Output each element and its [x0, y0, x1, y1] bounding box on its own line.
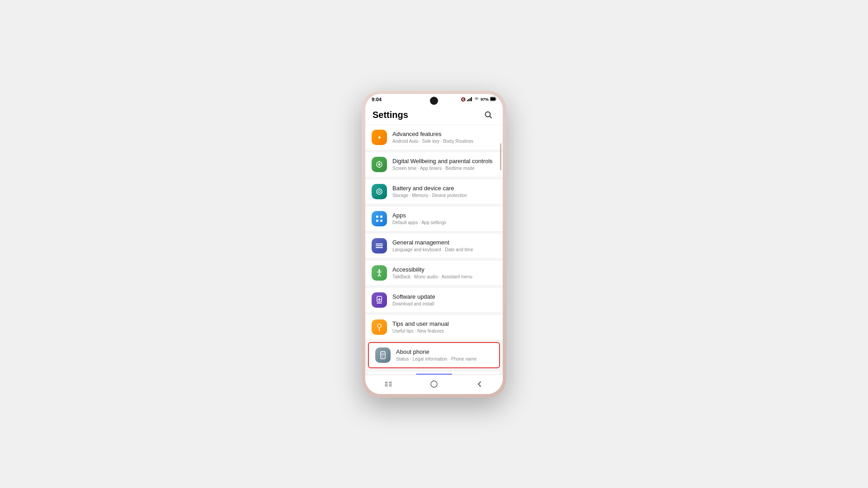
about-phone-icon	[375, 347, 391, 363]
status-time: 9:04	[372, 97, 382, 102]
search-icon	[484, 111, 492, 119]
settings-header: Settings	[365, 104, 503, 125]
tips-title: Tips and user manual	[392, 320, 496, 328]
battery-care-icon	[372, 184, 387, 199]
svg-rect-3	[471, 97, 472, 101]
navigation-bar	[365, 375, 503, 394]
svg-rect-15	[376, 216, 378, 218]
svg-point-14	[378, 191, 381, 193]
mute-icon: 🔇	[461, 97, 466, 102]
svg-line-25	[378, 274, 379, 277]
battery-care-title: Battery and device care	[392, 185, 496, 192]
section-software-update: Software update Download and install	[365, 288, 503, 312]
general-management-title: General management	[392, 239, 496, 247]
section-digital-wellbeing: Digital Wellbeing and parental controls …	[365, 152, 503, 177]
section-about: About phone Status · Legal information ·…	[368, 342, 500, 368]
item-accessibility[interactable]: Accessibility TalkBack · Mono audio · As…	[365, 261, 503, 285]
svg-rect-2	[470, 98, 471, 101]
advanced-features-subtitle: Android Auto · Side key · Bixby Routines	[392, 138, 496, 144]
general-management-icon	[372, 238, 387, 253]
status-icons: 🔇 97%	[461, 97, 496, 102]
item-apps[interactable]: Apps Default apps · App settings	[365, 206, 503, 231]
search-button[interactable]	[481, 108, 495, 122]
advanced-features-title: Advanced features	[392, 131, 496, 138]
battery-care-subtitle: Storage · Memory · Device protection	[392, 192, 496, 198]
svg-rect-18	[380, 220, 382, 222]
item-battery-care[interactable]: Battery and device care Storage · Memory…	[365, 179, 503, 204]
item-digital-wellbeing[interactable]: Digital Wellbeing and parental controls …	[365, 152, 503, 177]
home-button[interactable]	[425, 379, 443, 389]
software-update-title: Software update	[392, 293, 496, 301]
apps-icon	[372, 211, 387, 226]
svg-point-30	[377, 324, 381, 328]
svg-rect-17	[376, 220, 378, 222]
section-apps: Apps Default apps · App settings	[365, 206, 503, 231]
about-phone-subtitle: Status · Legal information · Phone name	[396, 356, 493, 362]
item-general-management[interactable]: General management Language and keyboard…	[365, 234, 503, 258]
section-tips: Tips and user manual Useful tips · New f…	[365, 315, 503, 339]
tips-subtitle: Useful tips · New features	[392, 328, 496, 334]
battery-text: 97%	[481, 97, 489, 102]
item-tips[interactable]: Tips and user manual Useful tips · New f…	[365, 315, 503, 339]
svg-point-34	[382, 357, 383, 358]
section-accessibility: Accessibility TalkBack · Mono audio · As…	[365, 261, 503, 285]
wifi-icon	[474, 97, 479, 102]
svg-point-13	[377, 189, 382, 194]
software-update-icon	[372, 292, 387, 308]
about-phone-title: About phone	[396, 348, 493, 356]
svg-line-26	[379, 274, 381, 277]
section-battery: Battery and device care Storage · Memory…	[365, 179, 503, 204]
signal-icon	[467, 97, 472, 102]
battery-icon	[490, 97, 496, 102]
svg-line-8	[490, 117, 492, 118]
section-advanced: ✦ Advanced features Android Auto · Side …	[365, 125, 503, 150]
svg-rect-6	[495, 99, 496, 100]
item-software-update[interactable]: Software update Download and install	[365, 288, 503, 312]
status-bar: 9:04 🔇	[365, 94, 503, 104]
svg-rect-1	[468, 99, 469, 101]
settings-title: Settings	[373, 110, 408, 120]
svg-point-10	[378, 164, 381, 166]
advanced-features-icon: ✦	[372, 130, 387, 145]
svg-point-22	[378, 269, 380, 271]
accessibility-title: Accessibility	[392, 266, 496, 274]
digital-wellbeing-icon	[372, 157, 387, 172]
accessibility-icon	[372, 265, 387, 281]
digital-wellbeing-title: Digital Wellbeing and parental controls	[392, 158, 496, 165]
section-general: General management Language and keyboard…	[365, 234, 503, 258]
camera-cutout	[430, 97, 438, 105]
tips-icon	[372, 319, 387, 335]
back-button[interactable]	[471, 379, 489, 389]
apps-subtitle: Default apps · App settings	[392, 220, 496, 225]
phone-device: 9:04 🔇	[362, 90, 506, 398]
accessibility-subtitle: TalkBack · Mono audio · Assistant menu	[392, 274, 496, 280]
software-update-subtitle: Download and install	[392, 301, 496, 307]
settings-list: ✦ Advanced features Android Auto · Side …	[365, 125, 503, 375]
svg-rect-0	[467, 100, 468, 101]
svg-rect-5	[491, 98, 495, 100]
item-advanced-features[interactable]: ✦ Advanced features Android Auto · Side …	[365, 125, 503, 150]
phone-screen: 9:04 🔇	[365, 94, 503, 394]
svg-point-7	[486, 112, 491, 117]
digital-wellbeing-subtitle: Screen time · App timers · Bedtime mode	[392, 165, 496, 171]
apps-title: Apps	[392, 212, 496, 220]
svg-point-44	[431, 381, 437, 387]
general-management-subtitle: Language and keyboard · Date and time	[392, 247, 496, 253]
item-about-phone[interactable]: About phone Status · Legal information ·…	[369, 343, 499, 367]
svg-rect-16	[380, 216, 382, 218]
recent-apps-button[interactable]	[379, 379, 397, 389]
